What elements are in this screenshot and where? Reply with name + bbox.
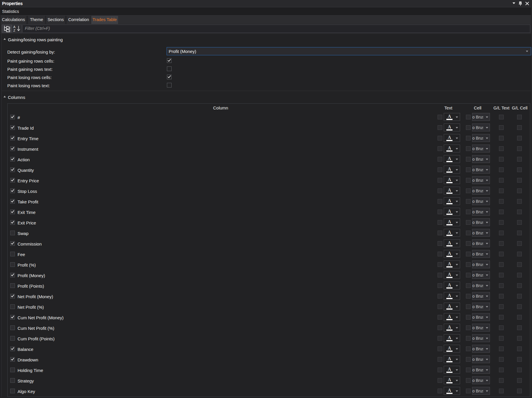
svg-text:Z: Z <box>13 29 15 32</box>
svg-text:A: A <box>13 25 15 29</box>
